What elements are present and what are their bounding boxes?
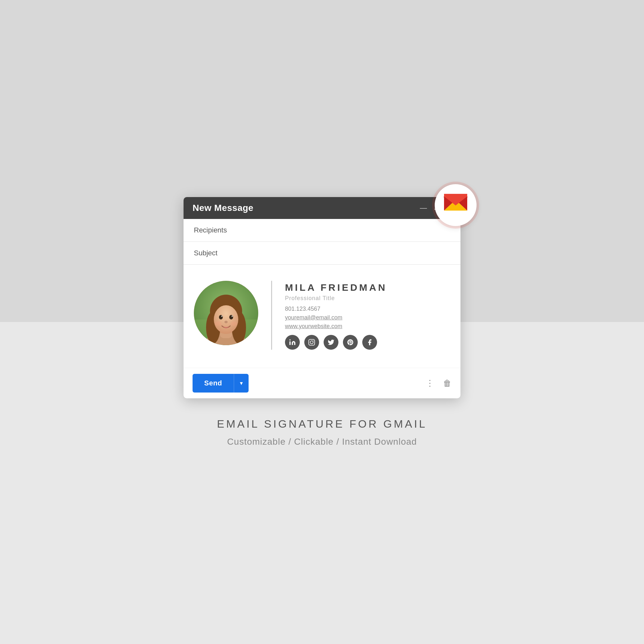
bottom-subheading: Customizable / Clickable / Instant Downl… [217,437,427,447]
signature-phone: 801.123.4567 [285,306,387,312]
subject-label: Subject [194,249,217,257]
gmail-m-icon [443,194,469,217]
footer-actions: ⋮ 🗑 [426,378,451,388]
facebook-icon[interactable] [362,335,377,350]
bottom-section: EMAIL SIGNATURE FOR GMAIL Customizable /… [217,418,427,447]
linkedin-icon[interactable] [285,335,300,350]
svg-rect-18 [309,339,315,345]
compose-window: New Message — ⤢ ✕ Recipients Subject [184,197,460,398]
svg-point-16 [231,321,237,326]
svg-point-15 [215,321,222,326]
title-bar: New Message — ⤢ ✕ [184,197,460,219]
svg-point-14 [224,321,228,323]
svg-point-11 [229,315,233,319]
svg-point-19 [310,341,313,344]
svg-point-20 [313,340,314,341]
signature-info: MILA FRIEDMAN Professional Title 801.123… [285,281,387,350]
send-dropdown-button[interactable]: ▾ [234,374,249,393]
send-group: Send ▾ [193,374,249,393]
window-title: New Message [193,203,253,213]
send-button[interactable]: Send [193,374,234,393]
signature-name: MILA FRIEDMAN [285,282,387,293]
minimize-button[interactable]: — [420,204,427,212]
compose-body[interactable]: MILA FRIEDMAN Professional Title 801.123… [184,265,460,368]
svg-point-17 [289,339,291,341]
recipients-row: Recipients [184,219,460,242]
twitter-icon[interactable] [324,335,338,350]
more-options-icon[interactable]: ⋮ [426,378,434,388]
svg-point-13 [232,316,233,317]
signature-title: Professional Title [285,295,387,302]
signature-email[interactable]: youremail@email.com [285,314,387,321]
svg-point-9 [214,305,238,334]
bottom-heading: EMAIL SIGNATURE FOR GMAIL [217,418,427,430]
avatar [194,281,258,345]
instagram-icon[interactable] [304,335,319,350]
recipients-label: Recipients [194,226,227,234]
compose-footer: Send ▾ ⋮ 🗑 [184,368,460,398]
gmail-badge [435,184,477,226]
svg-point-12 [221,316,223,317]
signature-block: MILA FRIEDMAN Professional Title 801.123… [194,274,450,359]
social-icons-row [285,335,387,350]
subject-row: Subject [184,242,460,265]
svg-point-10 [219,315,223,319]
signature-divider [271,281,272,350]
signature-website[interactable]: www.yourwebsite.com [285,323,387,330]
pinterest-icon[interactable] [343,335,358,350]
delete-icon[interactable]: 🗑 [443,378,451,388]
